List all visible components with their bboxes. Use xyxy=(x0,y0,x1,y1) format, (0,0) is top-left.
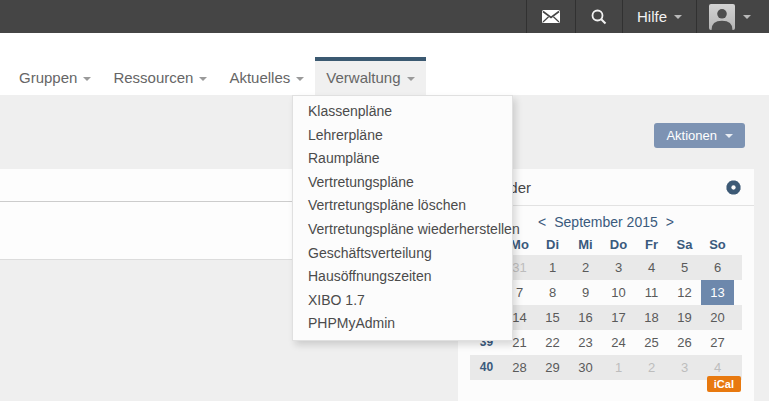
menu-item-phpmyadmin[interactable]: PHPMyAdmin xyxy=(293,312,512,336)
calendar-day[interactable]: 8 xyxy=(536,280,569,305)
chevron-down-icon xyxy=(199,77,207,81)
calendar-day-selected[interactable]: 13 xyxy=(701,280,734,305)
calendar-day[interactable]: 18 xyxy=(635,305,668,330)
menu-item-raumpl-ne[interactable]: Raumpläne xyxy=(293,147,512,171)
search-button[interactable] xyxy=(575,0,622,33)
menu-item-lehrerpl-ne[interactable]: Lehrerpläne xyxy=(293,124,512,148)
nav-item-verwaltung[interactable]: Verwaltung xyxy=(315,57,425,95)
ical-button[interactable]: iCal xyxy=(707,376,741,392)
calendar-day[interactable]: 29 xyxy=(536,355,569,380)
main-nav: GruppenRessourcenAktuellesVerwaltung xyxy=(8,57,426,95)
calendar-day[interactable]: 12 xyxy=(668,280,701,305)
menu-item-gesch-ftsverteilung[interactable]: Geschäftsverteilung xyxy=(293,242,512,266)
mail-button[interactable] xyxy=(526,0,575,33)
weekday-header: Fr xyxy=(635,235,668,255)
mail-icon xyxy=(542,10,560,23)
aktionen-button[interactable]: Aktionen xyxy=(654,123,745,148)
calendar-day[interactable]: 20 xyxy=(701,305,734,330)
weekday-header: Di xyxy=(536,235,569,255)
nav-item-label: Ressourcen xyxy=(113,61,193,95)
calendar-day[interactable]: 25 xyxy=(635,330,668,355)
calendar-day[interactable]: 5 xyxy=(668,255,701,280)
menu-item-vertretungspl-ne-wiederherstellen[interactable]: Vertretungspläne wiederherstellen xyxy=(293,218,512,242)
calendar-day[interactable]: 27 xyxy=(701,330,734,355)
calendar-day[interactable]: 22 xyxy=(536,330,569,355)
calendar-day[interactable]: 1 xyxy=(602,355,635,380)
menu-item-xibo-1-7[interactable]: XIBO 1.7 xyxy=(293,289,512,313)
user-avatar-icon xyxy=(709,4,735,30)
nav-item-label: Aktuelles xyxy=(229,61,290,95)
nav-item-aktuelles[interactable]: Aktuelles xyxy=(218,57,315,95)
month-label: September 2015 xyxy=(554,214,658,230)
calendar-day[interactable]: 24 xyxy=(602,330,635,355)
week-number[interactable]: 40 xyxy=(470,355,503,380)
calendar-day[interactable]: 19 xyxy=(668,305,701,330)
calendar-day[interactable]: 6 xyxy=(701,255,734,280)
menu-item-klassenpl-ne[interactable]: Klassenpläne xyxy=(293,100,512,124)
next-month-button[interactable]: > xyxy=(666,214,674,230)
calendar-day[interactable]: 4 xyxy=(635,255,668,280)
calendar-day[interactable]: 26 xyxy=(668,330,701,355)
weekday-header: Sa xyxy=(668,235,701,255)
prev-month-button[interactable]: < xyxy=(538,214,546,230)
calendar-day[interactable]: 23 xyxy=(569,330,602,355)
verwaltung-dropdown-menu: KlassenpläneLehrerpläneRaumpläneVertretu… xyxy=(292,95,513,341)
nav-item-label: Gruppen xyxy=(19,61,77,95)
chevron-down-icon xyxy=(743,15,751,19)
calendar-day[interactable]: 11 xyxy=(635,280,668,305)
weekday-header: Mi xyxy=(569,235,602,255)
calendar-day[interactable]: 30 xyxy=(569,355,602,380)
menu-item-vertretungspl-ne-l-schen[interactable]: Vertretungspläne löschen xyxy=(293,194,512,218)
chevron-down-icon xyxy=(674,15,682,19)
aktionen-label: Aktionen xyxy=(666,128,717,143)
chevron-down-icon xyxy=(296,77,304,81)
weekday-header: Do xyxy=(602,235,635,255)
calendar-day[interactable]: 9 xyxy=(569,280,602,305)
calendar-day[interactable]: 2 xyxy=(635,355,668,380)
search-icon xyxy=(591,9,607,25)
help-menu[interactable]: Hilfe xyxy=(622,0,696,33)
calendar-day[interactable]: 15 xyxy=(536,305,569,330)
help-label: Hilfe xyxy=(637,8,667,25)
topbar: Hilfe xyxy=(0,0,769,33)
calendar-day[interactable]: 10 xyxy=(602,280,635,305)
dropdown-list: KlassenpläneLehrerpläneRaumpläneVertretu… xyxy=(293,96,512,340)
calendar-day[interactable]: 3 xyxy=(602,255,635,280)
main-navbar: GruppenRessourcenAktuellesVerwaltung xyxy=(0,33,769,95)
user-menu[interactable] xyxy=(696,0,769,33)
calendar-day[interactable]: 3 xyxy=(668,355,701,380)
calendar-day[interactable]: 16 xyxy=(569,305,602,330)
calendar-week-row: 402829301234 xyxy=(470,355,742,380)
nav-item-gruppen[interactable]: Gruppen xyxy=(8,57,102,95)
gear-icon[interactable] xyxy=(726,180,741,195)
nav-item-ressourcen[interactable]: Ressourcen xyxy=(102,57,218,95)
weekday-header: So xyxy=(701,235,734,255)
chevron-down-icon xyxy=(407,77,415,81)
chevron-down-icon xyxy=(725,134,733,138)
chevron-down-icon xyxy=(83,77,91,81)
calendar-day[interactable]: 28 xyxy=(503,355,536,380)
topbar-actions: Hilfe xyxy=(526,0,769,33)
menu-item-vertretungspl-ne[interactable]: Vertretungspläne xyxy=(293,171,512,195)
calendar-day[interactable]: 17 xyxy=(602,305,635,330)
nav-item-label: Verwaltung xyxy=(326,61,400,95)
calendar-day[interactable]: 2 xyxy=(569,255,602,280)
menu-item-haus-ffnungszeiten[interactable]: Hausöffnungszeiten xyxy=(293,265,512,289)
calendar-day[interactable]: 1 xyxy=(536,255,569,280)
avatar xyxy=(709,4,735,30)
